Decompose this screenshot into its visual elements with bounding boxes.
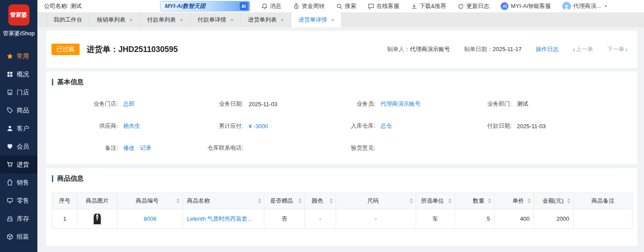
sidebar-item-purchase[interactable]: 进货	[0, 156, 37, 174]
col-quantity[interactable]: 数量	[455, 193, 494, 209]
close-icon[interactable]: ×	[281, 17, 284, 23]
col-index: 序号	[52, 193, 77, 209]
topbar: 公司名称:测试 MYI-Ai数智天团 AI 消息 资金周转 搜索	[37, 0, 644, 12]
brand-logo: 管家婆	[8, 4, 29, 26]
sidebar-item-favorites[interactable]: 常用	[0, 47, 37, 65]
field-warehouse-phone: 仓库联系电话:	[177, 144, 309, 152]
operation-log-link[interactable]: 操作日志	[536, 45, 559, 53]
tab-purchase-list[interactable]: 进货单列表 ×	[241, 12, 292, 27]
order-header-card: 已过账 进货单：JHD2511030595 制单人：代理商演示账号 制单日期：2…	[46, 31, 637, 68]
bag-icon	[7, 179, 13, 186]
topbar-actions: 消息 资金周转 搜索 在线客服 下载&推荐	[261, 2, 644, 11]
basic-info-fields: 业务门店: 总部 业务日期: 2025-11-03 业务员: 代理商演示账号 业…	[52, 100, 637, 152]
download-recommend-button[interactable]: 下载&推荐	[411, 2, 446, 10]
close-icon[interactable]: ×	[129, 17, 133, 23]
cart-icon	[7, 161, 13, 168]
sort-icon[interactable]	[448, 198, 452, 204]
field-business-store: 业务门店: 总部	[52, 100, 177, 108]
close-icon[interactable]: ×	[331, 17, 334, 23]
col-product-image: 商品图片	[77, 193, 117, 209]
sidebar-item-assembly[interactable]: 组装	[0, 228, 37, 246]
sidebar-item-label: 常用	[17, 52, 29, 60]
sort-icon[interactable]	[567, 198, 571, 204]
tab-purchase-detail[interactable]: 进货单详情 ×	[291, 12, 342, 27]
sort-icon[interactable]	[488, 198, 491, 204]
pos-icon	[7, 197, 13, 204]
title-bar-marker	[52, 79, 53, 85]
boxes-icon	[7, 215, 13, 222]
sidebar-item-customers[interactable]: 客户	[0, 119, 37, 137]
cell-product-image	[77, 209, 117, 229]
sidebar-item-inventory[interactable]: 库存	[0, 210, 37, 228]
sidebar-item-sales[interactable]: 销售	[0, 174, 37, 192]
product-code-link[interactable]: 8008	[144, 215, 157, 222]
capital-turnover-button[interactable]: 资金周转	[293, 2, 325, 10]
remark-record-link[interactable]: 记录	[140, 144, 151, 152]
tab-payment-list[interactable]: 付款单列表 ×	[140, 12, 191, 27]
sidebar-item-label: 进货	[17, 161, 29, 169]
prev-order-button[interactable]: ‹ 上一单	[573, 45, 593, 53]
col-amount[interactable]: 金额(元)	[534, 193, 574, 209]
sidebar-item-label: 库存	[17, 215, 29, 223]
sort-icon[interactable]	[176, 198, 180, 204]
tab-writeoff-list[interactable]: 核销单列表 ×	[90, 12, 140, 27]
col-product-remark: 商品备注	[574, 193, 633, 209]
sort-icon[interactable]	[298, 198, 302, 204]
sort-icon[interactable]	[329, 198, 333, 204]
product-name-link[interactable]: Lelenth 气质时尚西装套...	[187, 215, 252, 222]
cell-quantity: 5	[455, 209, 494, 229]
tab-my-workbench[interactable]: 我的工作台	[46, 12, 90, 27]
next-order-button[interactable]: 下一单 ›	[607, 45, 628, 53]
product-table: 序号 商品图片 商品编号 商品名称 是否赠品 颜色 尺码 所选单位 数量 单价 …	[52, 193, 633, 229]
company-label: 公司名称:	[44, 3, 69, 9]
cube-icon	[7, 233, 13, 240]
table-row: 1 8008 Lelenth 气质时尚西装套...	[52, 209, 633, 229]
col-unit-price[interactable]: 单价	[494, 193, 534, 209]
col-product-code[interactable]: 商品编号	[117, 193, 183, 209]
sort-icon[interactable]	[410, 198, 413, 204]
sort-icon[interactable]	[527, 198, 531, 204]
field-accumulated-payable: 累计应付: ¥ -3000	[177, 122, 309, 130]
chat-icon	[368, 3, 374, 10]
sort-icon[interactable]	[258, 198, 261, 204]
online-service-button[interactable]: 在线客服	[368, 2, 399, 10]
order-maker: 制单人：代理商演示账号	[387, 45, 450, 53]
messages-button[interactable]: 消息	[261, 2, 282, 10]
col-size[interactable]: 尺码	[336, 193, 416, 209]
sidebar-item-retail[interactable]: 零售	[0, 192, 37, 210]
sidebar-item-label: 商品	[17, 107, 29, 115]
cell-amount: 2000	[534, 209, 574, 229]
search-button[interactable]: 搜索	[336, 2, 356, 10]
close-icon[interactable]: ×	[230, 17, 234, 23]
col-unit[interactable]: 所选单位	[416, 193, 455, 209]
remark-edit-link[interactable]: 修改	[123, 144, 135, 152]
tab-bar: 我的工作台 核销单列表 × 付款单列表 × 付款单详情 × 进货单列表 × 进货…	[37, 12, 644, 27]
col-product-name[interactable]: 商品名称	[183, 193, 264, 209]
product-image[interactable]	[92, 212, 102, 226]
avatar	[562, 2, 571, 11]
sidebar-item-overview[interactable]: 概况	[0, 65, 37, 83]
sidebar-item-store[interactable]: 门店	[0, 83, 37, 101]
company-name: 公司名称:测试	[44, 2, 82, 10]
sidebar-item-members[interactable]: 会员	[0, 137, 37, 156]
title-bar-marker	[52, 175, 53, 182]
ai-promo-banner[interactable]: MYI-Ai数智天团 AI	[160, 1, 250, 11]
cell-index: 1	[52, 209, 77, 229]
user-menu[interactable]: 代理商演... ▼	[562, 2, 607, 11]
field-warehouse: 入库仓库: 总仓	[309, 122, 446, 130]
col-color[interactable]: 颜色	[305, 193, 336, 209]
col-is-gift[interactable]: 是否赠品	[264, 193, 305, 209]
order-date: 制单日期：2025-11-17	[464, 45, 522, 53]
sidebar-item-goods[interactable]: 商品	[0, 101, 37, 119]
ai-customer-service-button[interactable]: Ai MYI-Ai智能客服	[501, 2, 551, 10]
update-log-button[interactable]: 更新日志	[457, 2, 489, 10]
sidebar-item-label: 概况	[17, 70, 29, 78]
brand-name: 管家婆iShop	[0, 30, 37, 37]
download-icon	[411, 3, 417, 10]
goods-tag-icon	[7, 107, 13, 114]
close-icon[interactable]: ×	[180, 17, 183, 23]
chevron-right-icon: ›	[625, 46, 628, 53]
money-bag-icon	[293, 3, 300, 10]
main-area: 公司名称:测试 MYI-Ai数智天团 AI 消息 资金周转 搜索	[37, 0, 644, 252]
tab-payment-detail[interactable]: 付款单详情 ×	[190, 12, 241, 27]
